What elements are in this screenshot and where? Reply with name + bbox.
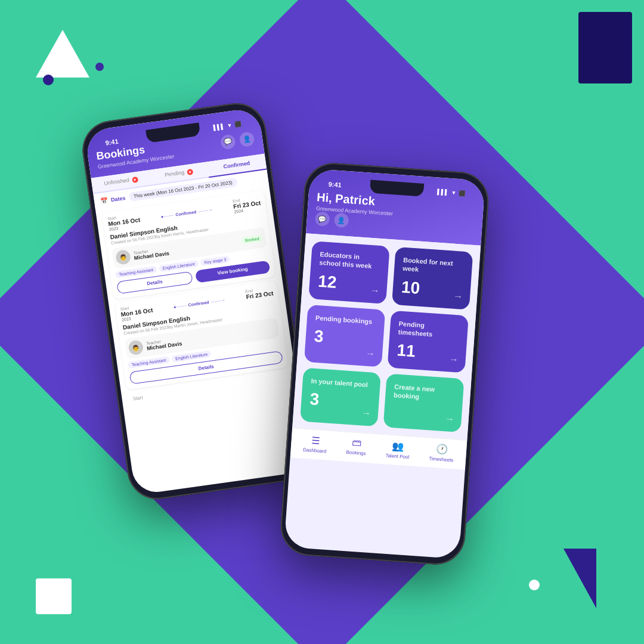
talent-pool-nav-label: Talent Pool: [385, 453, 409, 460]
chat-icon-right[interactable]: 💬: [315, 211, 330, 227]
booking-card-2: Start Mon 16 Oct 2023 ●········· Confirm…: [114, 280, 289, 390]
profile-icon[interactable]: 👤: [239, 131, 255, 147]
nav-talent-pool[interactable]: 👥 Talent Pool: [385, 440, 410, 460]
pending-bookings-arrow: →: [365, 348, 375, 360]
bookings-nav-label: Bookings: [346, 450, 366, 456]
start-section: Start Mon 16 Oct 2023: [107, 212, 141, 231]
educator-avatar-1: 👨: [115, 249, 131, 265]
timesheets-label: Timesheets: [429, 456, 454, 463]
card-booked-next-week[interactable]: Booked for next week 10 →: [392, 247, 473, 309]
nav-timesheets[interactable]: 🕐 Timesheets: [429, 443, 454, 463]
time-right: 9:41: [328, 181, 342, 189]
status-icons-right: ▌▌▌ ▼ ⬛: [437, 188, 466, 196]
booked-next-week-label: Booked for next week: [402, 256, 465, 277]
left-header-icons: 💬 👤: [220, 131, 255, 150]
booking-card-1: Start Mon 16 Oct 2023 ●········· Confirm…: [102, 190, 276, 300]
pending-timesheets-label: Pending timesheets: [398, 319, 460, 340]
phone-left-screen: 9:41 ▌▌▌ ▼ ⬛ Bookings Greenwood Academy …: [85, 107, 309, 496]
booked-badge-1: Booked: [241, 234, 263, 244]
card-educators-this-week[interactable]: Educators in school this week 12 →: [308, 241, 389, 304]
talent-pool-label: In your talent pool: [311, 377, 372, 389]
educators-this-week-label: Educators in school this week: [319, 250, 381, 271]
educator-avatar-2: 👨: [128, 339, 144, 355]
start-section-2: Start Mon 16 Oct 2023: [120, 303, 154, 322]
phone-right: 9:41 ▌▌▌ ▼ ⬛ Hi, Patrick Greenwood Acade…: [278, 161, 490, 566]
calendar-icon: 📅: [100, 197, 107, 205]
phone-left: 9:41 ▌▌▌ ▼ ⬛ Bookings Greenwood Academy …: [79, 100, 315, 503]
card-pending-bookings[interactable]: Pending bookings 3 →: [304, 304, 385, 367]
phone-right-screen: 9:41 ▌▌▌ ▼ ⬛ Hi, Patrick Greenwood Acade…: [284, 169, 485, 559]
create-booking-arrow: →: [444, 413, 454, 425]
booked-next-arrow: →: [453, 290, 463, 302]
pending-badge: ●: [187, 169, 193, 175]
end-section: End Fri 23 Oct 2024: [233, 196, 262, 214]
nav-bookings[interactable]: 🗃 Bookings: [346, 437, 367, 457]
card-create-booking[interactable]: Create a new booking →: [383, 373, 465, 432]
bookings-nav-icon: 🗃: [352, 438, 362, 449]
nav-dashboard[interactable]: ☰ Dashboard: [303, 434, 327, 454]
time-left: 9:41: [105, 138, 119, 147]
dashboard-grid: Educators in school this week 12 → Booke…: [292, 233, 481, 440]
tag-key-stage: Key stage 3: [200, 256, 230, 267]
pending-timesheets-arrow: →: [448, 354, 459, 366]
status-icons-left: ▌▌▌ ▼ ⬛: [213, 121, 242, 131]
phones-container: 9:41 ▌▌▌ ▼ ⬛ Bookings Greenwood Academy …: [0, 0, 644, 644]
timesheets-icon: 🕐: [435, 444, 448, 456]
create-booking-number: [393, 404, 454, 408]
right-phone-header: 9:41 ▌▌▌ ▼ ⬛ Hi, Patrick Greenwood Acade…: [306, 169, 485, 246]
talent-pool-icon: 👥: [392, 440, 404, 452]
chat-icon[interactable]: 💬: [220, 134, 236, 150]
educators-arrow: →: [370, 285, 380, 296]
pending-bookings-number: 3: [314, 327, 376, 350]
card-talent-pool[interactable]: In your talent pool 3 →: [300, 368, 381, 427]
pending-bookings-label: Pending bookings: [315, 313, 377, 326]
unfinished-badge: ●: [132, 177, 138, 183]
dashboard-label: Dashboard: [303, 447, 327, 454]
talent-pool-arrow: →: [361, 408, 371, 419]
card-pending-timesheets[interactable]: Pending timesheets 11 →: [388, 310, 469, 373]
end-section-2: End Fri 23 Oct: [245, 286, 274, 304]
dates-label: Dates: [110, 195, 126, 203]
tag-english-lit-2: English Literature: [171, 351, 211, 363]
create-booking-label: Create a new booking: [394, 382, 456, 404]
profile-icon-right[interactable]: 👤: [334, 213, 349, 228]
dashboard-icon: ☰: [311, 435, 320, 447]
tag-english-lit: English Literature: [159, 260, 199, 272]
